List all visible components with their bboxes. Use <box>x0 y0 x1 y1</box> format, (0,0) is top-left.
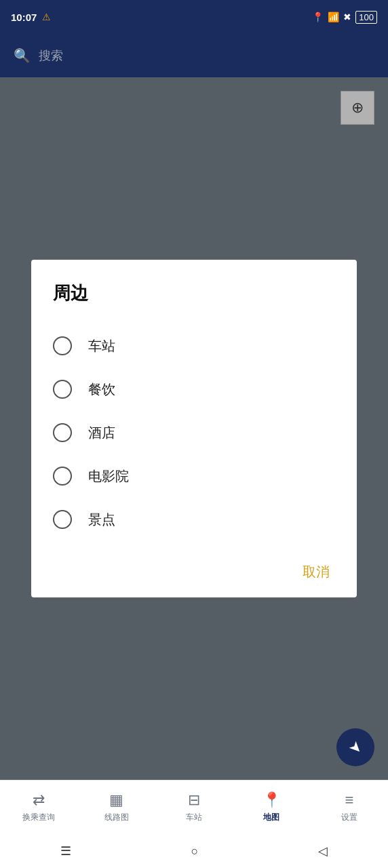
sys-menu-icon[interactable]: ☰ <box>60 844 71 859</box>
map-icon: 📍 <box>263 791 281 809</box>
nav-item-transit[interactable]: ⇄ 换乘查询 <box>0 791 77 823</box>
nav-label-map: 地图 <box>263 812 279 823</box>
navigation-fab[interactable]: ➤ <box>336 728 374 766</box>
nav-arrow-icon: ➤ <box>345 736 366 757</box>
search-placeholder: 搜索 <box>39 47 63 64</box>
status-left: 10:07 ⚠ <box>11 12 51 23</box>
sys-back-icon[interactable]: ◁ <box>318 844 328 859</box>
settings-icon: ≡ <box>345 791 353 809</box>
option-hotel-label: 酒店 <box>88 424 115 442</box>
bottom-nav: ⇄ 换乘查询 ▦ 线路图 ⊟ 车站 📍 地图 ≡ 设置 <box>0 780 388 834</box>
radio-station[interactable] <box>53 336 72 355</box>
nav-item-map[interactable]: 📍 地图 <box>233 791 310 823</box>
nav-item-station[interactable]: ⊟ 车站 <box>155 791 233 823</box>
nav-item-settings[interactable]: ≡ 设置 <box>311 791 388 823</box>
transit-icon: ⇄ <box>33 791 45 809</box>
station-icon: ⊟ <box>188 791 200 809</box>
nearby-dialog: 周边 车站 餐饮 酒店 电影院 <box>31 260 357 597</box>
search-bar[interactable]: 🔍 搜索 <box>0 34 388 77</box>
nav-label-transit: 换乘查询 <box>22 812 55 823</box>
search-icon: 🔍 <box>14 47 31 64</box>
option-scenic[interactable]: 景点 <box>53 498 335 541</box>
signal-x-icon: ✖ <box>343 12 351 22</box>
dialog-overlay: 周边 车站 餐饮 酒店 电影院 <box>0 77 388 780</box>
option-food-label: 餐饮 <box>88 380 115 399</box>
dialog-actions: 取消 <box>53 547 335 584</box>
nav-label-settings: 设置 <box>341 812 357 823</box>
cancel-button[interactable]: 取消 <box>297 560 335 584</box>
nav-label-station: 车站 <box>186 812 202 823</box>
radio-scenic[interactable] <box>53 510 72 529</box>
option-scenic-label: 景点 <box>88 511 115 529</box>
wifi-icon: 📶 <box>328 12 339 22</box>
status-bar: 10:07 ⚠ 📍 📶 ✖ 100 <box>0 0 388 34</box>
option-cinema[interactable]: 电影院 <box>53 454 335 498</box>
warning-icon: ⚠ <box>42 12 51 22</box>
battery-icon: 100 <box>355 11 377 24</box>
sys-home-icon[interactable]: ○ <box>191 844 199 859</box>
status-time: 10:07 <box>11 12 37 23</box>
system-nav: ☰ ○ ◁ <box>0 834 388 868</box>
option-cinema-label: 电影院 <box>88 467 129 486</box>
location-status-icon: 📍 <box>312 12 324 22</box>
option-hotel[interactable]: 酒店 <box>53 411 335 454</box>
route-map-icon: ▦ <box>109 791 123 809</box>
option-station[interactable]: 车站 <box>53 324 335 368</box>
dialog-title: 周边 <box>53 281 335 305</box>
radio-food[interactable] <box>53 380 72 399</box>
status-right: 📍 📶 ✖ 100 <box>312 11 377 24</box>
map-area: ⊕ 周边 车站 餐饮 酒店 电影院 <box>0 77 388 780</box>
radio-cinema[interactable] <box>53 467 72 486</box>
dialog-options: 车站 餐饮 酒店 电影院 景点 <box>53 324 335 541</box>
nav-label-route-map: 线路图 <box>104 812 129 823</box>
option-station-label: 车站 <box>88 337 115 355</box>
nav-item-route-map[interactable]: ▦ 线路图 <box>77 791 155 823</box>
radio-hotel[interactable] <box>53 423 72 442</box>
option-food[interactable]: 餐饮 <box>53 368 335 411</box>
